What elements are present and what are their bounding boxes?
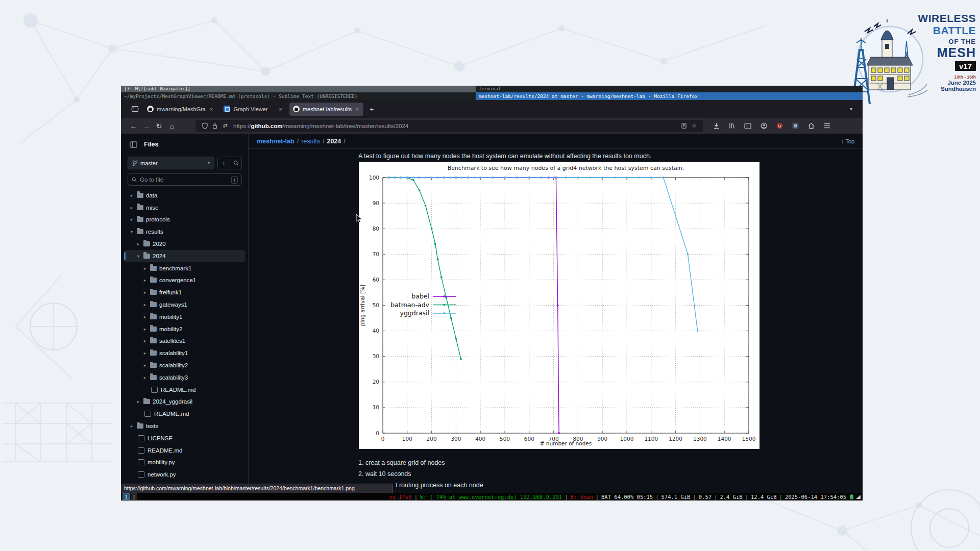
chevron-right-icon[interactable]: ▸ xyxy=(136,241,141,246)
extension-home-icon[interactable] xyxy=(805,120,817,132)
chevron-right-icon[interactable]: ▸ xyxy=(142,350,148,356)
tree-item-data[interactable]: ▸data xyxy=(124,189,246,202)
chevron-right-icon[interactable]: ▸ xyxy=(142,338,148,343)
tree-item-label: README.md xyxy=(161,387,195,393)
home-button[interactable]: ⌂ xyxy=(165,120,178,132)
tab-graph-viewer[interactable]: Graph Viewer × xyxy=(220,103,287,116)
url-protocol: https:// xyxy=(233,123,251,129)
chevron-down-icon[interactable]: ▾ xyxy=(136,254,141,259)
sidebars-icon[interactable] xyxy=(742,120,753,132)
tree-item-label: scalability1 xyxy=(159,350,188,356)
wm-sublime-title[interactable]: ~/myProjects/MeshGraphViewer/README.md (… xyxy=(121,92,476,100)
library-icon[interactable] xyxy=(726,120,738,132)
downloads-icon[interactable] xyxy=(710,120,722,132)
chevron-right-icon[interactable]: ▸ xyxy=(136,399,141,404)
chevron-right-icon[interactable]: ▸ xyxy=(142,302,148,307)
github-favicon-icon xyxy=(147,106,154,112)
tree-item-results[interactable]: ▾results xyxy=(124,226,246,238)
wm-container-title[interactable]: [3: M[T[subl Navigator]] xyxy=(121,86,476,92)
tree-item-network-py[interactable]: network.py xyxy=(124,468,246,481)
chevron-right-icon[interactable]: ▸ xyxy=(142,327,148,332)
firefox-view-icon[interactable] xyxy=(128,103,141,115)
wm-firefox-title[interactable]: meshnet-lab/results/2024 at master - mwa… xyxy=(476,92,863,100)
tree-item-readme-md[interactable]: README.md xyxy=(124,408,246,420)
tree-item-satellites1[interactable]: ▸satellites1 xyxy=(124,335,246,347)
url-text[interactable]: https://github.com/mwarning/meshnet-lab/… xyxy=(233,123,679,129)
tree-item-protocols[interactable]: ▸protocols xyxy=(124,214,246,226)
branch-selector[interactable]: master ▾ xyxy=(128,157,214,169)
network-tray-icon[interactable] xyxy=(855,494,861,499)
screenshot-extension-icon[interactable] xyxy=(790,120,801,132)
breadcrumb-repo-link[interactable]: meshnet-lab xyxy=(257,138,295,145)
tree-item-misc[interactable]: ▸misc xyxy=(124,202,246,214)
breadcrumb-results-link[interactable]: results xyxy=(301,138,320,145)
benchmark-chart[interactable]: 0100200300400500600700800900100011001200… xyxy=(359,162,760,449)
chevron-right-icon[interactable]: ▸ xyxy=(142,363,148,368)
back-button[interactable]: ← xyxy=(127,120,140,132)
tree-item-mobility-py[interactable]: mobility.py xyxy=(124,457,246,469)
tree-item-scalability2[interactable]: ▸scalability2 xyxy=(124,359,246,371)
tree-item-2020[interactable]: ▸2020 xyxy=(124,238,246,250)
battery-tray-icon[interactable] xyxy=(849,494,854,499)
wm-terminal-title[interactable]: Terminal xyxy=(476,86,863,92)
go-to-file-input[interactable]: Go to file t xyxy=(128,173,242,186)
file-tree: ▸data▸misc▸protocols▾results▸2020▾2024▸b… xyxy=(124,189,246,481)
tree-item-readme-md[interactable]: README.md xyxy=(124,384,246,396)
chevron-right-icon[interactable]: ▸ xyxy=(142,266,148,271)
back-to-top-link[interactable]: ↑ Top xyxy=(841,138,854,144)
chevron-right-icon[interactable]: ▸ xyxy=(142,314,148,319)
translate-arrows-icon[interactable]: ⇄ xyxy=(220,122,230,129)
account-icon[interactable] xyxy=(758,120,769,132)
tab-meshnet-lab-results[interactable]: meshnet-lab/results/202 × xyxy=(289,103,363,116)
tree-item-readme-md[interactable]: README.md xyxy=(124,444,246,457)
tree-item-scalability1[interactable]: ▸scalability1 xyxy=(124,347,246,359)
tab-close-icon[interactable]: × xyxy=(355,106,360,112)
tree-item-gateways1[interactable]: ▸gateways1 xyxy=(124,298,246,311)
tree-item-freifunk1[interactable]: ▸freifunk1 xyxy=(124,286,246,298)
chevron-right-icon[interactable]: ▸ xyxy=(142,375,148,380)
tree-item-2024[interactable]: ▾2024 xyxy=(124,250,246,262)
status-segment: 0.57 xyxy=(699,494,712,500)
logo-of-the: OF THE xyxy=(904,38,976,45)
url-bar[interactable]: ⇄ https://github.com/mwarning/meshnet-la… xyxy=(195,120,703,132)
status-separator: | xyxy=(745,494,748,500)
chevron-right-icon[interactable]: ▸ xyxy=(142,290,148,295)
shield-icon[interactable] xyxy=(200,122,210,129)
tree-item-license[interactable]: LICENSE xyxy=(124,432,246,444)
workspace-2-button[interactable]: 2 xyxy=(131,493,138,500)
chevron-right-icon[interactable]: ▸ xyxy=(129,217,134,222)
tree-item-scalability3[interactable]: ▸scalability3 xyxy=(124,371,246,384)
collapse-sidebar-icon[interactable] xyxy=(127,138,139,151)
list-all-tabs-icon[interactable]: ▾ xyxy=(847,106,855,112)
reload-button[interactable]: ↻ xyxy=(153,120,165,132)
toolbar-icons xyxy=(710,120,832,132)
tab-close-icon[interactable]: × xyxy=(278,106,283,112)
tree-item-mobility2[interactable]: ▸mobility2 xyxy=(124,323,246,335)
new-tab-button[interactable]: + xyxy=(366,104,377,115)
tree-item-tests[interactable]: ▸tests xyxy=(124,420,246,432)
tree-item-convergence1[interactable]: ▸convergence1 xyxy=(124,274,246,287)
chevron-right-icon[interactable]: ▸ xyxy=(129,423,134,429)
chevron-right-icon[interactable]: ▸ xyxy=(129,205,134,210)
chevron-right-icon[interactable]: ▸ xyxy=(129,193,134,198)
reader-view-icon[interactable] xyxy=(679,123,689,129)
lock-icon[interactable] xyxy=(210,123,220,129)
tree-item-label: convergence1 xyxy=(159,277,196,283)
tree-item-benchmark1[interactable]: ▸benchmark1 xyxy=(124,262,246,274)
tree-item-mobility1[interactable]: ▸mobility1 xyxy=(124,311,246,323)
ublock-extension-icon[interactable] xyxy=(774,120,785,132)
bookmark-star-icon[interactable]: ☆ xyxy=(689,122,699,129)
chevron-right-icon[interactable]: ▸ xyxy=(142,278,148,283)
logo-battle: BATTLE xyxy=(904,24,976,37)
menu-hamburger-icon[interactable] xyxy=(821,120,832,132)
tree-item-2024-yggdrasil[interactable]: ▸2024_yggdrasil xyxy=(124,396,246,408)
forward-button[interactable]: → xyxy=(140,120,153,132)
tab-close-icon[interactable]: × xyxy=(209,106,214,112)
workspace-1-button[interactable]: 1 xyxy=(122,493,130,500)
status-separator: | xyxy=(714,494,717,500)
tab-mwarning-meshgraphviewer[interactable]: mwarning/MeshGraphVie × xyxy=(143,103,217,116)
svg-text:500: 500 xyxy=(500,436,510,442)
add-file-button[interactable]: + xyxy=(218,157,230,169)
search-this-repo-icon[interactable] xyxy=(230,157,241,169)
chevron-down-icon[interactable]: ▾ xyxy=(129,229,134,234)
